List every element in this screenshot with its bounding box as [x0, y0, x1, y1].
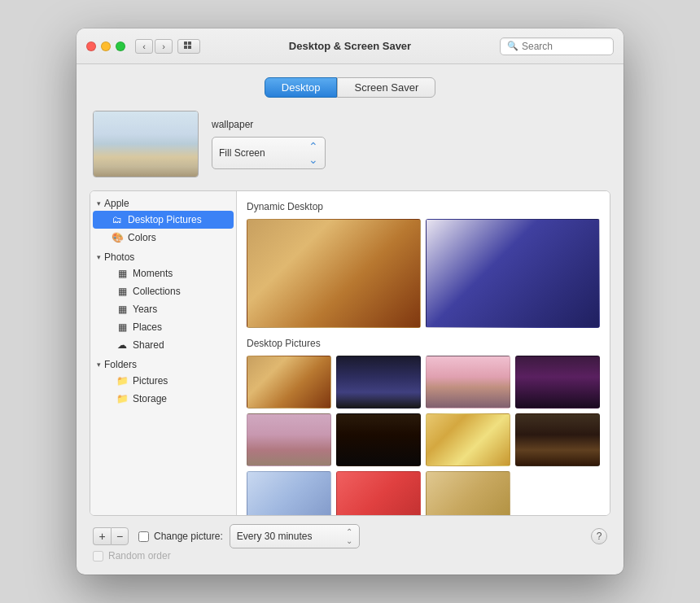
bottom-right: ?	[591, 528, 607, 544]
change-picture-row: Change picture:	[138, 531, 223, 542]
wallpaper-thumb-8[interactable]	[515, 413, 600, 466]
sidebar-label-storage: Storage	[133, 393, 167, 404]
desktop-pictures-grid	[247, 356, 600, 515]
sidebar-section-photos[interactable]: ▾ Photos	[90, 250, 236, 264]
traffic-lights	[86, 42, 125, 51]
sidebar-section-folders[interactable]: ▾ Folders	[90, 357, 236, 372]
sidebar-item-desktop-pictures[interactable]: 🗂 Desktop Pictures	[93, 211, 234, 229]
bottom-controls: Change picture: Every 30 minutes ⌃⌄	[138, 524, 581, 548]
sidebar-item-storage[interactable]: 📁 Storage	[93, 390, 234, 408]
sidebar-label-moments: Moments	[133, 268, 173, 279]
titlebar: ‹ › Desktop & Screen Saver 🔍	[77, 28, 623, 64]
random-order-checkbox[interactable]	[93, 551, 103, 561]
sidebar-label-pictures: Pictures	[133, 375, 168, 387]
wallpaper-area: wallpaper Fill Screen ⌃⌄	[90, 111, 610, 177]
sidebar: ▾ Apple 🗂 Desktop Pictures 🎨 Colors	[90, 191, 237, 515]
sidebar-label-years: Years	[133, 304, 157, 315]
content-area: Desktop Screen Saver wallpaper Fill Scre…	[77, 64, 623, 575]
change-picture-label: Change picture:	[154, 531, 223, 542]
years-icon: ▦	[116, 303, 129, 316]
wallpaper-thumb-6[interactable]	[336, 413, 421, 466]
sidebar-item-shared[interactable]: ☁ Shared	[93, 336, 234, 354]
window-title: Desktop & Screen Saver	[289, 40, 411, 52]
wallpaper-thumb-11[interactable]	[426, 471, 510, 515]
wallpaper-thumb-5[interactable]	[247, 413, 331, 466]
wallpaper-thumb-1[interactable]	[247, 356, 331, 409]
apple-arrow-icon: ▾	[97, 199, 101, 208]
sidebar-item-collections[interactable]: ▦ Collections	[93, 282, 234, 300]
sidebar-item-places[interactable]: ▦ Places	[93, 318, 234, 336]
random-order-row: Random order	[90, 548, 610, 561]
fill-screen-select[interactable]: Fill Screen ⌃⌄	[212, 137, 326, 169]
wallpaper-thumb-3[interactable]	[426, 356, 510, 409]
close-button[interactable]	[86, 42, 96, 51]
random-order-label: Random order	[108, 550, 171, 561]
random-order-container: Random order	[93, 550, 607, 561]
collections-icon: ▦	[116, 285, 129, 298]
wallpaper-thumb-2[interactable]	[336, 356, 421, 409]
moments-icon: ▦	[116, 267, 129, 280]
interval-label: Every 30 minutes	[237, 531, 313, 542]
remove-source-button[interactable]: −	[111, 527, 129, 545]
svg-rect-1	[188, 42, 191, 45]
wallpaper-thumb-10[interactable]	[336, 471, 421, 515]
add-remove-buttons: + −	[93, 527, 129, 545]
fill-select-arrow-icon: ⌃⌄	[308, 140, 318, 166]
main-area: ▾ Apple 🗂 Desktop Pictures 🎨 Colors	[90, 190, 610, 516]
wallpaper-thumb-dynamic-2[interactable]	[426, 219, 600, 328]
pictures-folder-icon: 📁	[116, 374, 129, 387]
wallpaper-preview-image	[94, 111, 198, 177]
photos-arrow-icon: ▾	[97, 253, 101, 261]
colors-icon: 🎨	[111, 231, 124, 244]
sidebar-photos-label: Photos	[104, 251, 134, 263]
sidebar-item-moments[interactable]: ▦ Moments	[93, 264, 234, 282]
sidebar-group-folders: ▾ Folders 📁 Pictures 📁 Storage	[90, 357, 236, 408]
sidebar-group-apple: ▾ Apple 🗂 Desktop Pictures 🎨 Colors	[90, 196, 236, 247]
add-source-button[interactable]: +	[93, 527, 111, 545]
segment-control: Desktop Screen Saver	[90, 77, 610, 98]
sidebar-label-colors: Colors	[128, 232, 156, 243]
wallpaper-preview	[93, 111, 199, 177]
shared-icon: ☁	[116, 339, 129, 352]
sidebar-item-years[interactable]: ▦ Years	[93, 300, 234, 318]
forward-button[interactable]: ›	[155, 39, 173, 54]
sidebar-label-places: Places	[133, 321, 162, 333]
change-picture-checkbox[interactable]	[138, 531, 149, 542]
wallpaper-thumb-7[interactable]	[426, 413, 510, 466]
nav-buttons: ‹ ›	[135, 39, 173, 54]
search-icon: 🔍	[507, 41, 518, 51]
wallpaper-thumb-4[interactable]	[515, 356, 600, 409]
sidebar-group-photos: ▾ Photos ▦ Moments ▦ Collections ▦ Years	[90, 250, 236, 354]
wallpaper-thumb-dynamic-1[interactable]	[247, 219, 421, 328]
search-input[interactable]	[522, 41, 606, 52]
tab-desktop[interactable]: Desktop	[265, 77, 338, 98]
wallpaper-label: wallpaper	[212, 119, 326, 130]
sidebar-label-shared: Shared	[133, 339, 164, 351]
minimize-button[interactable]	[101, 42, 111, 51]
help-button[interactable]: ?	[591, 528, 607, 544]
desktop-pictures-title: Desktop Pictures	[247, 338, 600, 349]
grid-area: Dynamic Desktop Desktop Pictures	[237, 191, 610, 515]
sidebar-section-apple[interactable]: ▾ Apple	[90, 196, 236, 211]
sidebar-item-colors[interactable]: 🎨 Colors	[93, 229, 234, 247]
sidebar-label-desktop-pictures: Desktop Pictures	[128, 214, 202, 225]
wallpaper-thumb-9[interactable]	[247, 471, 331, 515]
fill-screen-label: Fill Screen	[219, 147, 265, 159]
sidebar-item-pictures[interactable]: 📁 Pictures	[93, 372, 234, 390]
dynamic-desktop-grid	[247, 219, 600, 328]
folders-arrow-icon: ▾	[97, 360, 101, 369]
grid-icon	[183, 41, 195, 52]
grid-view-button[interactable]	[177, 39, 200, 54]
main-window: ‹ › Desktop & Screen Saver 🔍 Desktop Scr…	[77, 28, 623, 575]
svg-rect-2	[184, 46, 187, 49]
dynamic-desktop-title: Dynamic Desktop	[247, 201, 600, 212]
sidebar-label-collections: Collections	[133, 286, 181, 297]
maximize-button[interactable]	[116, 42, 125, 51]
interval-arrow-icon: ⌃⌄	[346, 527, 352, 545]
svg-rect-0	[184, 42, 187, 45]
tab-screen-saver[interactable]: Screen Saver	[337, 77, 435, 98]
interval-select[interactable]: Every 30 minutes ⌃⌄	[230, 524, 360, 548]
folder-icon: 🗂	[111, 213, 124, 226]
search-box[interactable]: 🔍	[500, 37, 614, 55]
back-button[interactable]: ‹	[135, 39, 153, 54]
